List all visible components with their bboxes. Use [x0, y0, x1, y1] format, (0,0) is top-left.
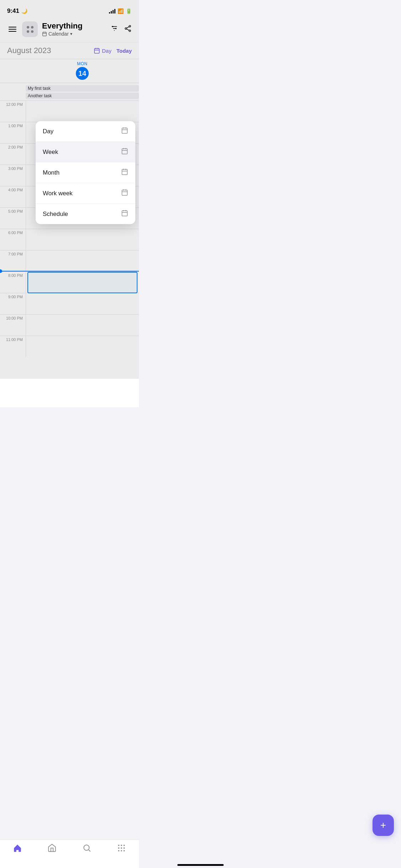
dropdown-week-icon	[121, 148, 128, 156]
svg-rect-18	[122, 128, 127, 133]
dropdown-item-schedule[interactable]: Schedule	[36, 204, 135, 224]
dropdown-item-workweek[interactable]: Work week	[36, 183, 135, 204]
view-dropdown: Day Week Month Work week Sch	[36, 121, 135, 224]
dropdown-workweek-label: Work week	[43, 190, 73, 197]
dropdown-schedule-icon	[121, 210, 128, 218]
dropdown-item-week[interactable]: Week	[36, 142, 135, 162]
dropdown-schedule-label: Schedule	[43, 211, 68, 218]
dropdown-item-day[interactable]: Day	[36, 121, 135, 142]
svg-rect-26	[122, 169, 127, 175]
svg-rect-22	[122, 149, 127, 154]
dropdown-workweek-icon	[121, 189, 128, 198]
dropdown-week-label: Week	[43, 149, 58, 156]
dropdown-day-label: Day	[43, 128, 53, 135]
dropdown-month-icon	[121, 168, 128, 177]
dropdown-item-month[interactable]: Month	[36, 162, 135, 183]
svg-rect-34	[122, 211, 127, 216]
dropdown-month-label: Month	[43, 169, 59, 176]
svg-rect-30	[122, 190, 127, 195]
dropdown-day-icon	[121, 127, 128, 136]
